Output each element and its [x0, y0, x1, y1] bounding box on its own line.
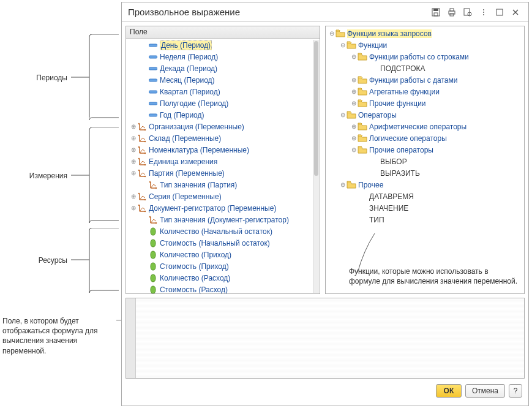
tree-item[interactable]: Месяц (Период): [126, 74, 320, 86]
expand-icon[interactable]: ⊕: [130, 158, 137, 165]
tree-item[interactable]: Количество (Начальный остаток): [126, 225, 320, 237]
tree-item[interactable]: ⊕Функции работы с датами: [326, 74, 524, 86]
expand-icon[interactable]: ⊕: [130, 135, 137, 142]
tree-item-label: ДАТАВРЕМЯ: [369, 192, 414, 201]
tree-item[interactable]: Год (Период): [126, 109, 320, 121]
svg-point-40: [144, 175, 146, 176]
functions-tree[interactable]: ⊖Функции языка запросов⊖Функции⊖Функции …: [326, 26, 524, 293]
tree-item[interactable]: ⊖Прочее: [326, 179, 524, 191]
tree-item[interactable]: ⊕Серия (Переменные): [126, 191, 320, 202]
tree-item[interactable]: ВЫРАЗИТЬ: [326, 167, 524, 179]
tree-item[interactable]: ДАТАВРЕМЯ: [326, 191, 524, 202]
column-header-field[interactable]: Поле: [126, 26, 320, 39]
formula-editor[interactable]: [126, 298, 525, 379]
tree-item[interactable]: ⊕Агрегатные функции: [326, 86, 524, 97]
cancel-button[interactable]: Отмена: [465, 384, 505, 398]
tree-item[interactable]: Неделя (Период): [126, 51, 320, 62]
tree-item[interactable]: День (Период): [126, 39, 320, 51]
res-icon: [148, 262, 158, 271]
period-icon: [148, 40, 158, 50]
svg-rect-1: [433, 9, 438, 11]
save-icon[interactable]: [429, 6, 443, 19]
tree-item[interactable]: Полугодие (Период): [126, 97, 320, 109]
expand-icon[interactable]: ⊕: [350, 135, 358, 142]
tree-item[interactable]: Стоимость (Расход): [126, 284, 320, 293]
expand-icon[interactable]: ⊕: [350, 100, 358, 107]
tree-item[interactable]: Стоимость (Приход): [126, 260, 320, 272]
scrollbar[interactable]: [313, 40, 319, 293]
tree-item-label: ПОДСТРОКА: [380, 64, 425, 73]
tree-item[interactable]: Количество (Приход): [126, 249, 320, 260]
tree-item[interactable]: ПОДСТРОКА: [326, 62, 524, 74]
svg-point-31: [138, 146, 140, 147]
expand-icon[interactable]: ⊕: [130, 170, 137, 176]
tree-item[interactable]: ⊖Операторы: [326, 109, 524, 121]
more-icon[interactable]: [477, 6, 490, 19]
dim-icon: [137, 134, 147, 143]
tree-item-label: ТИП: [369, 216, 384, 224]
expand-icon[interactable]: ⊕: [350, 88, 358, 95]
ok-button[interactable]: ОК: [436, 384, 462, 398]
expand-icon[interactable]: ⊕: [130, 146, 137, 153]
collapse-icon[interactable]: ⊖: [350, 146, 358, 153]
tree-item[interactable]: ⊕Арифметические операторы: [326, 121, 524, 132]
svg-point-55: [149, 216, 151, 217]
svg-point-35: [138, 157, 140, 159]
period-icon: [148, 99, 158, 108]
tree-item-label: Тип значения (Партия): [160, 181, 237, 189]
expand-icon[interactable]: ⊕: [130, 123, 137, 130]
tree-item[interactable]: Квартал (Период): [126, 86, 320, 97]
svg-point-47: [138, 192, 140, 194]
expand-icon[interactable]: ⊕: [350, 77, 358, 83]
tree-item[interactable]: ⊕Единица измерения: [126, 156, 320, 167]
tree-item-label: Прочие операторы: [369, 146, 433, 154]
collapse-icon[interactable]: ⊖: [350, 53, 358, 60]
help-button[interactable]: ?: [509, 384, 522, 398]
collapse-icon[interactable]: ⊖: [328, 30, 335, 37]
expand-icon[interactable]: ⊕: [350, 123, 358, 130]
tree-item[interactable]: Стоимость (Начальный остаток): [126, 237, 320, 249]
tree-item[interactable]: ⊖Функции работы со строками: [326, 51, 524, 62]
tree-item[interactable]: Декада (Период): [126, 62, 320, 74]
tree-item[interactable]: ⊖Функции: [326, 39, 524, 51]
tree-item[interactable]: Тип значения (Партия): [126, 179, 320, 191]
tree-item[interactable]: Тип значения (Документ-регистратор): [126, 214, 320, 225]
maximize-icon[interactable]: [493, 6, 506, 19]
tree-item[interactable]: ⊕Организация (Переменные): [126, 121, 320, 132]
tree-item[interactable]: ВЫБОР: [326, 156, 524, 167]
collapse-icon[interactable]: ⊖: [339, 111, 347, 118]
svg-point-48: [144, 198, 146, 200]
svg-point-9: [483, 12, 484, 13]
annotation-periods: Периоды: [0, 74, 67, 82]
tree-item[interactable]: ⊖Прочие операторы: [326, 144, 524, 156]
folder-icon: [358, 134, 367, 143]
tree-item[interactable]: ЗНАЧЕНИЕ: [326, 202, 524, 214]
period-icon: [148, 75, 158, 85]
fields-tree[interactable]: День (Период)Неделя (Период)Декада (Пери…: [126, 39, 320, 293]
tree-item-label: Склад (Переменные): [149, 134, 221, 143]
close-icon[interactable]: [509, 6, 522, 19]
tree-item[interactable]: ⊕Прочие функции: [326, 97, 524, 109]
print-icon[interactable]: [445, 6, 459, 19]
collapse-icon[interactable]: ⊖: [339, 42, 347, 48]
tree-item[interactable]: ⊕Партия (Переменные): [126, 167, 320, 179]
tree-item-label: Полугодие (Период): [160, 99, 228, 108]
tree-item[interactable]: ⊕Логические операторы: [326, 132, 524, 144]
dim-icon: [148, 215, 158, 225]
none-icon: [358, 203, 367, 213]
collapse-icon[interactable]: ⊖: [339, 181, 347, 188]
expand-icon[interactable]: ⊕: [130, 205, 137, 211]
svg-rect-16: [149, 67, 157, 70]
tree-item[interactable]: ⊕Номенклатура (Переменные): [126, 144, 320, 156]
tree-item[interactable]: Количество (Расход): [126, 272, 320, 284]
res-icon: [148, 273, 158, 283]
expand-icon[interactable]: ⊕: [130, 193, 137, 200]
preview-icon[interactable]: [461, 6, 474, 19]
tree-item-label: Функции языка запросов: [347, 29, 432, 38]
tree-item[interactable]: ⊖Функции языка запросов: [326, 28, 524, 39]
tree-item[interactable]: ⊕Склад (Переменные): [126, 132, 320, 144]
tree-item[interactable]: ТИП: [326, 214, 524, 225]
tree-item[interactable]: ⊕Документ-регистратор (Переменные): [126, 202, 320, 214]
svg-point-24: [144, 129, 146, 130]
tree-item-label: Номенклатура (Переменные): [149, 146, 249, 154]
